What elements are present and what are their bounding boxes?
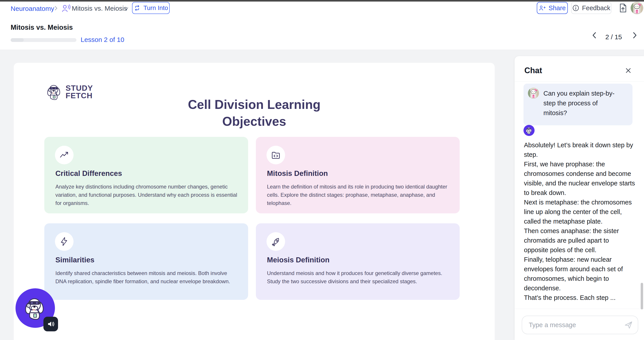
zap-icon <box>59 236 69 247</box>
chat-panel: Chat Can you explain step-by-step the pr… <box>514 56 644 340</box>
ai-message-text: Absolutely! Let’s break it down step bys… <box>524 140 635 302</box>
slide-page-indicator: 2 / 15 <box>601 33 626 41</box>
info-icon <box>572 5 579 12</box>
card-title: Similarities <box>56 256 94 264</box>
ai-tutor-voice-icon <box>62 4 70 13</box>
user-avatar-small <box>528 88 539 99</box>
card-title: Meiosis Definition <box>267 256 330 264</box>
chat-panel-title: Chat <box>524 66 542 75</box>
turn-into-button[interactable]: Turn Into <box>132 2 170 14</box>
next-slide-button[interactable] <box>630 31 639 40</box>
file-upload-icon <box>618 3 628 13</box>
card-title: Critical Differences <box>56 169 122 178</box>
card-body: Analyze key distinctions including chrom… <box>56 183 239 207</box>
rocket-icon <box>271 236 281 247</box>
window-top-edge <box>0 0 644 2</box>
app-root: Neuroanatomy Mitosis vs. Meiosis Turn In… <box>0 0 644 340</box>
card-mitosis-definition: Mitosis Definition Learn the definition … <box>256 137 460 213</box>
card-icon-circle <box>55 232 74 251</box>
chat-message-input[interactable] <box>522 316 638 334</box>
close-icon[interactable] <box>624 67 632 74</box>
card-body: Understand meiosis and how it produces f… <box>267 269 451 285</box>
objectives-grid: Critical Differences Analyze key distinc… <box>44 137 460 300</box>
export-file-button[interactable] <box>618 3 628 13</box>
card-title: Mitosis Definition <box>267 169 328 178</box>
share-label: Share <box>548 5 566 12</box>
folder-code-icon <box>271 150 281 160</box>
scrollbar-thumb[interactable] <box>641 283 643 309</box>
lesson-progress-label: Lesson 2 of 10 <box>81 36 124 44</box>
slide-canvas: STUDY FETCH Cell Division Learning Objec… <box>14 63 495 340</box>
lesson-progress-fill <box>11 38 24 42</box>
card-body: Identify shared characteristics between … <box>56 269 239 285</box>
breadcrumb-separator-icon <box>53 5 59 11</box>
card-icon-circle <box>55 146 74 164</box>
chat-input-divider <box>514 309 644 309</box>
user-avatar[interactable] <box>630 2 643 15</box>
chat-header-divider <box>514 81 644 82</box>
repeat-icon <box>134 5 141 12</box>
card-icon-circle <box>266 146 285 164</box>
card-critical-differences: Critical Differences Analyze key distinc… <box>44 137 248 213</box>
ai-tutor-avatar <box>524 125 534 136</box>
user-plus-icon <box>539 5 546 12</box>
user-message-bubble: Can you explain step-by-step the process… <box>524 84 632 125</box>
speaker-icon <box>47 320 54 328</box>
breadcrumb-current-lesson[interactable]: Mitosis vs. Meiosis <box>72 5 127 12</box>
turn-into-label: Turn Into <box>143 5 168 12</box>
card-meiosis-definition: Meiosis Definition Understand meiosis an… <box>256 223 460 300</box>
card-icon-circle <box>266 232 285 251</box>
user-message-text: Can you explain step-by-step the process… <box>544 88 614 118</box>
feedback-label: Feedback <box>582 5 610 12</box>
lesson-progress-bar <box>11 38 76 42</box>
send-icon[interactable] <box>624 320 633 329</box>
chat-input-container <box>522 316 638 334</box>
share-button[interactable]: Share <box>537 2 568 14</box>
feedback-button[interactable]: Feedback <box>571 2 612 14</box>
chevron-down-icon[interactable] <box>123 7 129 11</box>
slide-heading: Cell Division Learning Objectives <box>14 96 495 130</box>
logo-line1: STUDY <box>66 84 93 92</box>
voice-toggle-button[interactable] <box>44 317 58 331</box>
trending-up-icon <box>59 150 69 160</box>
breadcrumb-course-link[interactable]: Neuroanatomy <box>11 5 54 13</box>
top-header: Neuroanatomy Mitosis vs. Meiosis Turn In… <box>0 0 644 50</box>
previous-slide-button[interactable] <box>590 31 598 40</box>
lesson-title: Mitosis vs. Meiosis <box>11 24 73 32</box>
card-body: Learn the definition of mitosis and its … <box>267 183 451 207</box>
card-similarities: Similarities Identify shared characteris… <box>44 223 248 300</box>
